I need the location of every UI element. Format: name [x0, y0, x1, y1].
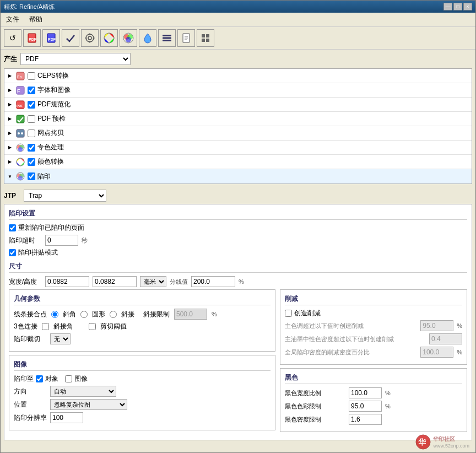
- miter-limit-input[interactable]: [174, 309, 207, 320]
- black-density-input[interactable]: [349, 414, 382, 425]
- svg-point-35: [18, 132, 20, 134]
- corner-round-radio[interactable]: [80, 311, 88, 318]
- color-wheel-button[interactable]: [100, 29, 118, 47]
- expand-icon[interactable]: ▶: [7, 130, 13, 137]
- svg-rect-18: [163, 40, 171, 41]
- expand-icon[interactable]: ▶: [7, 87, 13, 94]
- trap-checkbox[interactable]: [28, 172, 35, 180]
- target-button[interactable]: [81, 29, 99, 47]
- produce-select[interactable]: PDF: [20, 53, 131, 65]
- direction-select[interactable]: 自动: [50, 386, 116, 397]
- expand-icon[interactable]: ▶: [7, 101, 13, 108]
- corner-miter-radio[interactable]: [51, 311, 58, 318]
- right-panel: 削减 创造削减 主色调超过以下值时创建削减 % 主油墨中性色密度超过以下值时创建…: [280, 289, 467, 435]
- close-button[interactable]: ×: [463, 3, 472, 10]
- jtp-select[interactable]: Trap: [24, 190, 106, 202]
- grid-button[interactable]: [197, 29, 214, 47]
- pdf-red-button[interactable]: PDF: [23, 29, 41, 47]
- spot-color-checkbox[interactable]: [28, 144, 35, 152]
- expand-icon[interactable]: ▼: [7, 173, 13, 180]
- svg-text:华: 华: [418, 438, 426, 446]
- main-content: 产生 PDF ▶ Ea CEPS转换 ▶ F 字体和图像 ▶: [1, 50, 475, 452]
- black-section: 黑色 黑色宽度比例 % 黑色色彩限制 % 黑色密度限制: [280, 368, 467, 432]
- expand-icon[interactable]: ▶: [7, 159, 13, 165]
- tile-mode-label: 陷印拼贴模式: [18, 248, 58, 257]
- black-density-row: 黑色密度限制: [285, 414, 462, 425]
- sample-rate-input[interactable]: [50, 412, 83, 423]
- object-checkbox[interactable]: [36, 375, 43, 382]
- trap-cutoff-select[interactable]: 无: [50, 333, 71, 344]
- ink3-input[interactable]: [420, 347, 453, 358]
- black-width-label: 黑色宽度比例: [285, 389, 345, 397]
- menu-help[interactable]: 帮助: [27, 14, 45, 25]
- list-item: ▶ F 字体和图像: [4, 83, 472, 98]
- svg-rect-23: [202, 34, 205, 37]
- cut-threshold-label: 剪切阈值: [100, 322, 127, 331]
- process-name-spot: 专色处理: [37, 143, 469, 152]
- resolution-label: 分线值: [170, 278, 188, 286]
- cut-threshold-checkbox[interactable]: [89, 323, 96, 330]
- miter-limit-label: 斜接限制: [143, 310, 170, 319]
- ink-drop-button[interactable]: [139, 29, 156, 47]
- ink3-row: 全局陷印密度的削减密度百分比 %: [285, 347, 462, 358]
- fonts-checkbox[interactable]: [28, 87, 35, 94]
- trap-section-title: 陷印设置: [9, 209, 467, 220]
- pdf-pre-checkbox[interactable]: [28, 115, 35, 123]
- halftone-checkbox[interactable]: [28, 130, 35, 137]
- geo-title: 几何参数: [14, 294, 271, 305]
- slant-corner-checkbox[interactable]: [42, 323, 49, 330]
- width-input[interactable]: [45, 276, 89, 287]
- expand-icon[interactable]: ▶: [7, 73, 13, 79]
- document-button[interactable]: [177, 29, 195, 47]
- layers-button[interactable]: [158, 29, 176, 47]
- watermark: 华 华印社区 www.52cnp.com: [415, 434, 469, 450]
- minimize-button[interactable]: —: [443, 3, 452, 10]
- create-reduce-checkbox[interactable]: [285, 310, 292, 317]
- expand-icon[interactable]: ▶: [7, 116, 13, 122]
- black-width-unit: %: [385, 390, 391, 396]
- svg-rect-16: [163, 35, 171, 36]
- reprocess-checkbox[interactable]: [9, 224, 16, 231]
- color-circle-button[interactable]: [120, 29, 137, 47]
- black-color-input[interactable]: [349, 401, 382, 412]
- height-input[interactable]: [93, 276, 137, 287]
- geo-section: 几何参数 线条接合点 斜角 圆形 斜接 斜接限制 %: [9, 289, 275, 352]
- corner-bevel-radio[interactable]: [110, 311, 117, 318]
- black-color-row: 黑色色彩限制 %: [285, 401, 462, 412]
- check-button[interactable]: [62, 29, 79, 47]
- svg-point-36: [21, 132, 23, 134]
- svg-point-4: [86, 34, 94, 42]
- unit-select[interactable]: 毫米 英寸 点: [140, 276, 166, 287]
- ceps-checkbox[interactable]: [28, 72, 35, 80]
- color-convert-checkbox[interactable]: [28, 158, 35, 166]
- expand-icon[interactable]: ▶: [7, 144, 13, 151]
- timeout-input[interactable]: [45, 235, 78, 246]
- jtp-row: JTP Trap: [4, 190, 472, 202]
- list-item: ▶ PDF PDF规范化: [4, 98, 472, 112]
- svg-rect-24: [206, 34, 209, 37]
- process-name-pdf-norm: PDF规范化: [37, 100, 469, 109]
- svg-rect-33: [17, 115, 24, 123]
- produce-label: 产生: [4, 55, 17, 64]
- refresh-button[interactable]: ↺: [4, 29, 21, 47]
- reduce-section: 削减 创造削减 主色调超过以下值时创建削减 % 主油墨中性色密度超过以下值时创建…: [280, 289, 467, 365]
- image-title: 图像: [14, 360, 271, 371]
- pdf-norm-checkbox[interactable]: [28, 101, 35, 109]
- resolution-input[interactable]: [191, 276, 235, 287]
- brand-name: 华印社区: [433, 435, 469, 443]
- black-width-input[interactable]: [349, 387, 382, 398]
- image-checkbox[interactable]: [65, 375, 72, 382]
- ink2-input[interactable]: [429, 333, 462, 344]
- maximize-button[interactable]: □: [453, 3, 462, 10]
- tile-mode-checkbox[interactable]: [9, 249, 16, 256]
- svg-point-40: [18, 147, 23, 152]
- pdf-blue-button[interactable]: PDF: [42, 29, 60, 47]
- corner-join-label: 线条接合点: [14, 310, 47, 319]
- fonts-icon: F: [15, 85, 25, 95]
- svg-point-42: [17, 158, 24, 166]
- ink1-input[interactable]: [420, 320, 453, 331]
- location-select[interactable]: 忽略复杂位图: [50, 399, 127, 410]
- svg-text:PDF: PDF: [48, 37, 56, 41]
- timeout-unit: 秒: [82, 236, 88, 245]
- menu-file[interactable]: 文件: [4, 14, 21, 25]
